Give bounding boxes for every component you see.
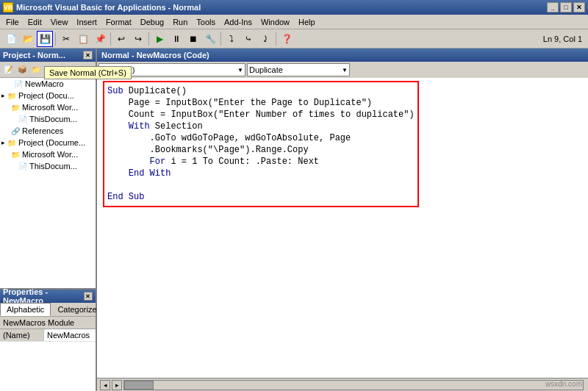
menu-window[interactable]: Window <box>257 16 294 28</box>
thisdoc2-icon: 📄 <box>18 161 28 171</box>
mswor2-icon: 📁 <box>10 149 21 159</box>
props-header: NewMacros Module <box>0 317 96 329</box>
code-header: Normal - NewMacros (Code) <box>97 49 588 62</box>
toolbar-sep-1 <box>55 32 56 46</box>
proj-toggle-folders[interactable]: 📁 <box>29 63 43 76</box>
props-val-name[interactable]: NewMacros <box>44 329 96 341</box>
menu-debug[interactable]: Debug <box>136 16 168 28</box>
code-editor[interactable]: Sub Duplicate() Page = InputBox("Enter t… <box>97 78 588 378</box>
props-close-btn[interactable]: ✕ <box>84 292 93 301</box>
tree-item-references[interactable]: 🔗 References <box>0 125 96 137</box>
menu-file[interactable]: File <box>1 16 24 28</box>
props-row-name: (Name) NewMacros <box>0 329 96 342</box>
code-line-3: With Selection <box>107 121 415 132</box>
project2-icon: 📁 <box>7 137 17 148</box>
tree-label-mswor1: Microsoft Wor... <box>22 103 78 112</box>
project1-icon: 📁 <box>7 90 17 101</box>
menu-run[interactable]: Run <box>168 16 192 28</box>
toolbar-open-btn[interactable]: 📂 <box>20 31 36 47</box>
mswor1-icon: 📁 <box>10 102 21 112</box>
toolbar-sep-2 <box>110 32 111 46</box>
footer-left-btn[interactable]: ◂ <box>100 380 110 390</box>
tree-label-thisdoc1: ThisDocum... <box>29 115 77 123</box>
toolbar-undo-btn[interactable]: ↩ <box>113 31 129 47</box>
left-panel: Project - Norm... ✕ 📝 📦 📁 📄 NewMacro ▸ 📁… <box>0 49 97 391</box>
tree-item-project2[interactable]: ▸ 📁 Project (Docume... <box>0 137 96 148</box>
toolbar-design-btn[interactable]: 🔧 <box>202 31 218 47</box>
save-tooltip: Save Normal (Ctrl+S) <box>44 66 132 79</box>
minimize-button[interactable]: _ <box>547 2 559 12</box>
props-tabs: Alphabetic Categorized <box>0 303 96 317</box>
toolbar: 📄 📂 💾 ✂ 📋 📌 ↩ ↪ ▶ ⏸ ⏹ 🔧 ⤵ ⤷ ⤸ ❓ Ln 9, Co… <box>0 29 588 49</box>
toolbar-new-btn[interactable]: 📄 <box>3 31 19 47</box>
tree-label-references: References <box>22 126 63 135</box>
code-dropdowns: (General) ▼ Duplicate ▼ <box>97 62 588 78</box>
code-line-0: Sub Duplicate() <box>107 85 415 97</box>
toolbar-sep-3 <box>148 32 149 46</box>
tree-label-project1: Project (Docu... <box>18 91 74 100</box>
code-line-8 <box>107 179 415 191</box>
thisdoc1-icon: 📄 <box>18 114 28 124</box>
code-line-5: .Bookmarks("\Page").Range.Copy <box>107 144 415 156</box>
maximize-button[interactable]: □ <box>560 2 572 12</box>
footer-scrollbar[interactable] <box>123 380 584 390</box>
tree-item-thisdoc1[interactable]: 📄 ThisDocum... <box>0 113 96 125</box>
title-bar-text: Microsoft Visual Basic for Applications … <box>16 3 547 12</box>
status-text: Ln 9, Col 1 <box>543 35 582 43</box>
menu-format[interactable]: Format <box>101 16 136 28</box>
toolbar-save-btn[interactable]: 💾 <box>37 31 53 47</box>
dropdown-right-text: Duplicate <box>249 65 283 74</box>
tree-item-project1[interactable]: ▸ 📁 Project (Docu... <box>0 90 96 101</box>
tree-label-newmacro: NewMacro <box>25 79 64 88</box>
code-line-1: Page = InputBox("Enter the Page to Dupli… <box>107 97 415 109</box>
code-panel: Normal - NewMacros (Code) (General) ▼ Du… <box>97 49 588 391</box>
toolbar-break-btn[interactable]: ⏸ <box>168 31 184 47</box>
footer-right-btn[interactable]: ▸ <box>112 380 122 390</box>
toolbar-stepover-btn[interactable]: ⤷ <box>240 31 257 47</box>
tree-item-mswor1[interactable]: 📁 Microsoft Wor... <box>0 101 96 113</box>
code-line-6: For i = 1 To Count: .Paste: Next <box>107 156 415 168</box>
toolbar-sep-4 <box>220 32 221 46</box>
toolbar-stepout-btn[interactable]: ⤸ <box>257 31 273 47</box>
code-line-7: End With <box>107 168 415 179</box>
tree-item-newmacro[interactable]: 📄 NewMacro <box>0 78 96 90</box>
proj-view-code[interactable]: 📝 <box>1 63 15 76</box>
close-button[interactable]: ✕ <box>573 2 585 12</box>
tree-label-project2: Project (Docume... <box>18 138 85 147</box>
menu-addins[interactable]: Add-Ins <box>220 16 257 28</box>
main-container: Project - Norm... ✕ 📝 📦 📁 📄 NewMacro ▸ 📁… <box>0 49 588 391</box>
props-key-name: (Name) <box>0 329 44 341</box>
tree-item-mswor2[interactable]: 📁 Microsoft Wor... <box>0 148 96 160</box>
toolbar-help-btn[interactable]: ❓ <box>279 31 295 47</box>
project-explorer-title: Project - Norm... <box>3 51 65 60</box>
toolbar-paste-btn[interactable]: 📌 <box>92 31 108 47</box>
toolbar-run-btn[interactable]: ▶ <box>151 31 168 47</box>
toolbar-step-btn[interactable]: ⤵ <box>223 31 240 47</box>
menu-edit[interactable]: Edit <box>24 16 46 28</box>
project-tree: 📄 NewMacro ▸ 📁 Project (Docu... 📁 Micros… <box>0 78 96 288</box>
toolbar-redo-btn[interactable]: ↪ <box>130 31 146 47</box>
toolbar-reset-btn[interactable]: ⏹ <box>185 31 201 47</box>
panel-close-btn[interactable]: ✕ <box>83 51 93 60</box>
menu-view[interactable]: View <box>46 16 73 28</box>
title-bar: VB Microsoft Visual Basic for Applicatio… <box>0 0 588 15</box>
proj-view-object[interactable]: 📦 <box>15 63 29 76</box>
toolbar-cut-btn[interactable]: ✂ <box>58 31 74 47</box>
code-dropdown-right[interactable]: Duplicate ▼ <box>247 63 350 76</box>
tree-item-thisdoc2[interactable]: 📄 ThisDocum... <box>0 160 96 172</box>
code-line-4: .GoTo wdGoToPage, wdGoToAbsolute, Page <box>107 132 415 144</box>
menu-tools[interactable]: Tools <box>192 16 220 28</box>
footer-arrows: ◂ ▸ <box>100 380 122 390</box>
title-bar-controls: _ □ ✕ <box>547 2 585 12</box>
menu-insert[interactable]: Insert <box>72 16 101 28</box>
tree-label-thisdoc2: ThisDocum... <box>29 162 77 171</box>
properties-title: Properties - NewMacro ✕ <box>0 290 96 303</box>
scrollbar-thumb[interactable] <box>124 381 154 390</box>
menu-help[interactable]: Help <box>294 16 320 28</box>
tab-alphabetic[interactable]: Alphabetic <box>0 303 51 316</box>
dropdown-right-arrow: ▼ <box>342 67 348 73</box>
code-line-9: End Sub <box>107 191 415 203</box>
code-line-2: Count = InputBox("Enter Number of times … <box>107 109 415 121</box>
toolbar-copy-btn[interactable]: 📋 <box>75 31 91 47</box>
menu-bar: File Edit View Insert Format Debug Run T… <box>0 15 588 29</box>
